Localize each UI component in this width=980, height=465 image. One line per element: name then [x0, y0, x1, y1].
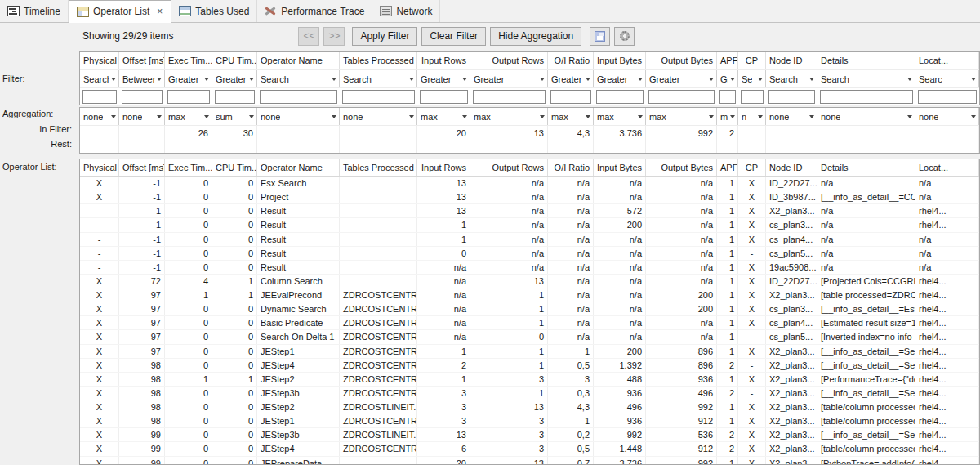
column-header-output-rows[interactable]: Output Rows [470, 52, 548, 69]
operator-column-header-exec-tim[interactable]: Exec Tim... [165, 159, 212, 176]
column-header-apf[interactable]: APF [717, 52, 738, 69]
table-row[interactable]: --100Result13n/an/a572n/a1XX2_plan3...n/… [80, 204, 979, 218]
tab-tables-used[interactable]: Tables Used [172, 0, 257, 22]
operator-column-header-node-id[interactable]: Node ID [766, 159, 817, 176]
column-header-node-id[interactable]: Node ID [766, 52, 817, 69]
table-row[interactable]: X9900JEStep3bZDRCOSTLINEIT...1330,299253… [80, 428, 979, 442]
clear-filter-button[interactable]: Clear Filter [421, 27, 486, 46]
operator-column-header-output-bytes[interactable]: Output Bytes [646, 159, 717, 176]
operator-column-header-apf[interactable]: APF [717, 159, 738, 176]
filter-op-input-bytes[interactable]: Greater [594, 70, 646, 87]
filter-op-cpu-tim[interactable]: Greater [212, 70, 257, 87]
aggregation-physical[interactable]: none [80, 108, 119, 125]
filter-input-details[interactable] [820, 90, 913, 104]
column-header-exec-tim[interactable]: Exec Tim... [165, 52, 212, 69]
column-header-input-bytes[interactable]: Input Bytes [594, 52, 646, 69]
column-header-cpu-tim[interactable]: CPU Tim... [212, 52, 257, 69]
operator-column-header-physical[interactable]: Physical [80, 159, 119, 176]
filter-input-offset-ms[interactable] [122, 90, 163, 104]
filter-input-output-bytes[interactable] [648, 90, 715, 104]
table-row[interactable]: X-100Esx Search13n/an/an/an/a1XID_22D27.… [80, 177, 979, 190]
table-row[interactable]: --100Resultn/an/an/an/an/a1X19ac5908...n… [80, 261, 979, 275]
filter-input-operator-name[interactable] [260, 90, 337, 104]
aggregation-cpu-tim[interactable]: sum [212, 108, 257, 125]
operator-column-header-offset-ms[interactable]: Offset [ms] [119, 159, 165, 176]
aggregation-locat[interactable]: none [915, 108, 979, 125]
column-header-operator-name[interactable]: Operator Name [257, 52, 340, 69]
operator-column-header-input-rows[interactable]: Input Rows [417, 159, 470, 176]
table-row[interactable]: X9800JEStep2ZDRCOSTLINEIT...3134,3496992… [80, 400, 979, 414]
tab-operator-list[interactable]: Operator List× [69, 0, 172, 23]
filter-op-exec-tim[interactable]: Greater [165, 70, 212, 87]
table-row[interactable]: X-100Project13n/an/an/an/a1XID_3b987...[… [80, 190, 979, 204]
operator-column-header-cpu-tim[interactable]: CPU Tim... [212, 159, 257, 176]
column-header-locat[interactable]: Locat... [915, 52, 979, 69]
filter-input-o-i-ratio[interactable] [550, 90, 591, 104]
operator-column-header-locat[interactable]: Locat... [915, 159, 979, 176]
filter-input-input-bytes[interactable] [596, 90, 644, 104]
table-row[interactable]: X9800JEStep1ZDRCOSTCENTR...3319369121XX2… [80, 414, 979, 428]
table-row[interactable]: X9700Search On Delta 1ZDRCOSTCENTR...n/a… [80, 330, 979, 344]
aggregation-tables-processed[interactable]: none [340, 108, 417, 125]
operator-column-header-tables-processed[interactable]: Tables Processed [340, 159, 417, 176]
filter-op-apf[interactable]: Great [717, 70, 738, 87]
apply-filter-button[interactable]: Apply Filter [352, 27, 417, 46]
table-row[interactable]: X9900JEStep4ZDRCOSTCENTR...630,51.448912… [80, 442, 979, 456]
operator-column-header-details[interactable]: Details [817, 159, 915, 176]
tab-performance-trace[interactable]: Performance Trace [257, 0, 372, 22]
filter-op-output-rows[interactable]: Greater [470, 70, 548, 87]
filter-op-offset-ms[interactable]: Between ( [119, 70, 165, 87]
table-row[interactable]: X9800JEStep4ZDRCOSTCENTR...210,51.392896… [80, 359, 979, 373]
operator-column-header-output-rows[interactable]: Output Rows [470, 159, 548, 176]
aggregation-exec-tim[interactable]: max [165, 108, 212, 125]
filter-op-operator-name[interactable]: Search [257, 70, 340, 87]
table-row[interactable]: X9700JEStep1ZDRCOSTCENTR...1112008961XX2… [80, 345, 979, 359]
table-row[interactable]: X9811JEStep2ZDRCOSTCENTR...1334889361XX2… [80, 373, 979, 387]
filter-op-details[interactable]: Search [817, 70, 915, 87]
next-page-button[interactable]: >> [323, 27, 345, 46]
operator-column-header-operator-name[interactable]: Operator Name [257, 159, 340, 176]
table-row[interactable]: --100Result1n/an/a200n/a1Xcs_plan3...n/a… [80, 218, 979, 232]
column-header-offset-ms[interactable]: Offset [ms] [119, 52, 165, 69]
filter-input-cp[interactable] [741, 90, 764, 104]
filter-input-input-rows[interactable] [420, 90, 468, 104]
filter-input-physical[interactable] [82, 90, 117, 104]
aggregation-node-id[interactable]: none [766, 108, 817, 125]
close-tab-icon[interactable]: × [156, 6, 163, 17]
filter-input-apf[interactable] [719, 90, 736, 104]
filter-input-tables-processed[interactable] [342, 90, 415, 104]
aggregation-cp[interactable]: n [738, 108, 766, 125]
filter-op-locat[interactable]: Searc [915, 70, 979, 87]
filter-op-o-i-ratio[interactable]: Greater [548, 70, 594, 87]
filter-op-cp[interactable]: Se [738, 70, 766, 87]
table-row[interactable]: X9711JEEvalPrecondZDRCOSTCENTR...n/a1n/a… [80, 288, 979, 302]
hide-aggregation-button[interactable]: Hide Aggregation [490, 27, 581, 46]
aggregation-details[interactable]: none [817, 108, 915, 125]
table-row[interactable]: --100Result0n/an/an/an/a1-cs_plan5...n/a… [80, 247, 979, 261]
settings-button[interactable] [614, 27, 635, 46]
filter-op-input-rows[interactable]: Greater [417, 70, 470, 87]
filter-op-tables-processed[interactable]: Search [340, 70, 417, 87]
column-header-physical[interactable]: Physical [80, 52, 119, 69]
filter-op-physical[interactable]: Search [80, 70, 119, 87]
table-row[interactable]: X9900JEPrepareData20130,73.7369921XX2_pl… [80, 457, 979, 465]
tab-network[interactable]: Network [372, 0, 440, 22]
tab-timeline[interactable]: Timeline [0, 0, 69, 22]
aggregation-offset-ms[interactable]: none [119, 108, 165, 125]
aggregation-operator-name[interactable]: none [257, 108, 340, 125]
filter-op-node-id[interactable]: Search [766, 70, 817, 87]
filter-input-locat[interactable] [918, 90, 977, 104]
save-button[interactable] [590, 27, 610, 46]
column-header-tables-processed[interactable]: Tables Processed [340, 52, 417, 69]
operator-column-header-input-bytes[interactable]: Input Bytes [594, 159, 646, 176]
aggregation-input-bytes[interactable]: max [594, 108, 646, 125]
aggregation-output-rows[interactable]: max [470, 108, 548, 125]
aggregation-input-rows[interactable]: max [417, 108, 470, 125]
column-header-cp[interactable]: CP [738, 52, 766, 69]
operator-column-header-cp[interactable]: CP [738, 159, 766, 176]
column-header-o-i-ratio[interactable]: O/I Ratio [548, 52, 594, 69]
prev-page-button[interactable]: << [298, 27, 319, 46]
filter-input-node-id[interactable] [768, 90, 815, 104]
column-header-input-rows[interactable]: Input Rows [417, 52, 470, 69]
aggregation-o-i-ratio[interactable]: max [548, 108, 594, 125]
